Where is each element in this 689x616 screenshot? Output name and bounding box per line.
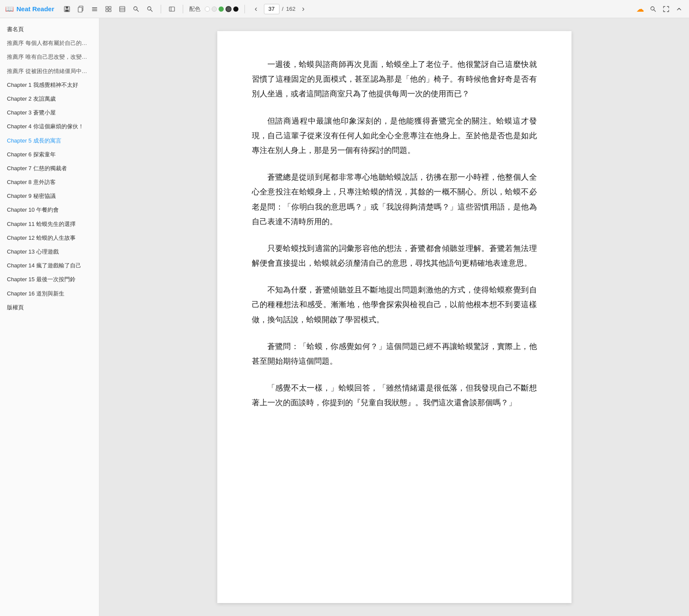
sidebar-item-ch12[interactable]: Chapter 12 蛤蟆的人生故事 — [0, 231, 99, 245]
paragraph-3: 蒼鷺總是從頭到尾都非常專心地聽蛤蟆說話，彷彿在那一小時裡，他整個人全心全意投注在… — [252, 170, 537, 229]
sidebar-item-ch15[interactable]: Chapter 15 最後一次按門鈴 — [0, 273, 99, 286]
sidebar-item-intro-2[interactable]: 推薦序 唯有自己思改變，改變才會真... — [0, 50, 99, 64]
color-light[interactable] — [212, 6, 217, 12]
sidebar-item-ch11[interactable]: Chapter 11 蛤蟆先生的選擇 — [0, 217, 99, 231]
page-text: 一週後，蛤蟆與諮商師再次見面，蛤蟆坐上了老位子。他很驚訝自己這麼快就習慣了這種固… — [252, 57, 537, 410]
fullscreen-icon[interactable] — [661, 4, 671, 14]
total-pages: 162 — [286, 6, 295, 12]
sidebar-item-ch9[interactable]: Chapter 9 秘密協議 — [0, 189, 99, 203]
page-nav: ‹ / 162 › — [251, 4, 308, 14]
search-top-icon[interactable] — [648, 4, 658, 14]
zoom-icon[interactable] — [167, 4, 177, 14]
main-layout: 書名頁 推薦序 每個人都有屬於自己的魔法 號... 推薦序 唯有自己思改變，改變… — [0, 18, 689, 616]
color-label: 配色 — [189, 5, 200, 13]
sidebar-item-ch6[interactable]: Chapter 6 探索童年 — [0, 148, 99, 162]
svg-rect-6 — [92, 9, 97, 10]
sidebar-item-ch3[interactable]: Chapter 3 蒼鷺小屋 — [0, 106, 99, 120]
sidebar-item-ch5[interactable]: Chapter 5 成長的寓言 — [0, 134, 99, 148]
search-icon[interactable] — [131, 4, 141, 14]
sidebar-item-ch13[interactable]: Chapter 13 心理遊戲 — [0, 245, 99, 259]
color-dark[interactable] — [225, 6, 232, 12]
paragraph-1: 一週後，蛤蟆與諮商師再次見面，蛤蟆坐上了老位子。他很驚訝自己這麼快就習慣了這種固… — [252, 57, 537, 102]
color-black[interactable] — [233, 6, 238, 12]
toolbar: 📖 Neat Reader 配色 ‹ / 162 › — [0, 0, 689, 18]
color-white[interactable] — [205, 6, 210, 12]
divider1 — [161, 5, 161, 13]
sidebar-item-ch7[interactable]: Chapter 7 仁慈的獨裁者 — [0, 162, 99, 175]
sidebar-item-ch16[interactable]: Chapter 16 道別與新生 — [0, 287, 99, 301]
svg-line-22 — [654, 10, 656, 11]
prev-page-btn[interactable]: ‹ — [251, 4, 261, 14]
svg-line-18 — [150, 10, 152, 11]
svg-rect-4 — [78, 7, 82, 12]
svg-rect-7 — [92, 10, 97, 11]
menu-icon[interactable] — [90, 4, 99, 14]
layout-icon[interactable] — [117, 4, 127, 14]
page-input[interactable] — [264, 4, 279, 14]
sidebar-item-ch14[interactable]: Chapter 14 瘋了遊戲輸了自己 — [0, 259, 99, 273]
svg-rect-5 — [92, 7, 97, 8]
save-icon[interactable] — [62, 4, 72, 14]
sidebar-item-ch1[interactable]: Chapter 1 我感覺精神不太好 — [0, 78, 99, 92]
sidebar-item-intro-1[interactable]: 推薦序 每個人都有屬於自己的魔法 號... — [0, 36, 99, 50]
copy-icon[interactable] — [76, 4, 86, 14]
page-content: 一週後，蛤蟆與諮商師再次見面，蛤蟆坐上了老位子。他很驚訝自己這麼快就習慣了這種固… — [217, 31, 572, 603]
svg-line-16 — [137, 10, 138, 11]
sidebar-item-book-title[interactable]: 書名頁 — [0, 22, 99, 36]
brand: 📖 Neat Reader — [5, 5, 54, 13]
sidebar-item-ch10[interactable]: Chapter 10 午餐約會 — [0, 203, 99, 217]
divider3 — [244, 5, 245, 13]
grid-icon[interactable] — [104, 4, 113, 14]
paragraph-5: 不知為什麼，蒼鷺傾聽並且不斷地提出問題刺激他的方式，使得蛤蟆察覺到自己的種種想法… — [252, 283, 537, 327]
brand-icon: 📖 — [5, 5, 14, 13]
svg-rect-12 — [120, 6, 125, 12]
cloud-sync-icon[interactable]: ☁ — [635, 4, 645, 14]
paragraph-6: 蒼鷺問：「蛤蟆，你感覺如何？」這個問題已經不再讓蛤蟆驚訝，實際上，他甚至開始期待… — [252, 339, 537, 368]
sidebar: 書名頁 推薦序 每個人都有屬於自己的魔法 號... 推薦序 唯有自己思改變，改變… — [0, 18, 99, 616]
paragraph-4: 只要蛤蟆找到適當的詞彙形容他的想法，蒼鷺都會傾聽並理解。蒼鷺若無法理解便會直接提… — [252, 241, 537, 270]
content-area: 一週後，蛤蟆與諮商師再次見面，蛤蟆坐上了老位子。他很驚訝自己這麼快就習慣了這種固… — [99, 18, 689, 616]
color-green[interactable] — [219, 6, 224, 12]
next-page-btn[interactable]: › — [298, 4, 308, 14]
svg-rect-11 — [109, 10, 111, 12]
svg-rect-8 — [106, 6, 108, 9]
paragraph-7: 「感覺不太一樣，」蛤蟆回答，「雖然情緒還是很低落，但我發現自己不斷想著上一次的面… — [252, 381, 537, 410]
svg-rect-1 — [66, 6, 68, 9]
collapse-icon[interactable] — [674, 4, 684, 14]
divider2 — [183, 5, 183, 13]
svg-rect-2 — [65, 10, 69, 12]
page-separator: / — [282, 6, 284, 12]
sidebar-item-copyright[interactable]: 版權頁 — [0, 301, 99, 314]
paragraph-2: 但諮商過程中最讓他印象深刻的，是他能獲得蒼鷺完全的關注。蛤蟆這才發現，自己這輩子… — [252, 114, 537, 158]
svg-rect-9 — [109, 6, 111, 9]
svg-rect-10 — [106, 10, 108, 12]
sidebar-item-ch8[interactable]: Chapter 8 意外訪客 — [0, 175, 99, 189]
brand-name: Neat Reader — [16, 5, 54, 13]
svg-rect-19 — [169, 7, 175, 11]
sidebar-item-ch2[interactable]: Chapter 2 友誼萬歲 — [0, 92, 99, 106]
sidebar-item-ch4[interactable]: Chapter 4 你這個麻煩的傢伙！ — [0, 120, 99, 133]
toolbar-right: ☁ — [635, 4, 684, 14]
sidebar-item-intro-3[interactable]: 推薦序 從被困住的情緒僵局中走出來 ... — [0, 64, 99, 78]
search2-icon[interactable] — [145, 4, 155, 14]
color-dots — [205, 6, 238, 12]
